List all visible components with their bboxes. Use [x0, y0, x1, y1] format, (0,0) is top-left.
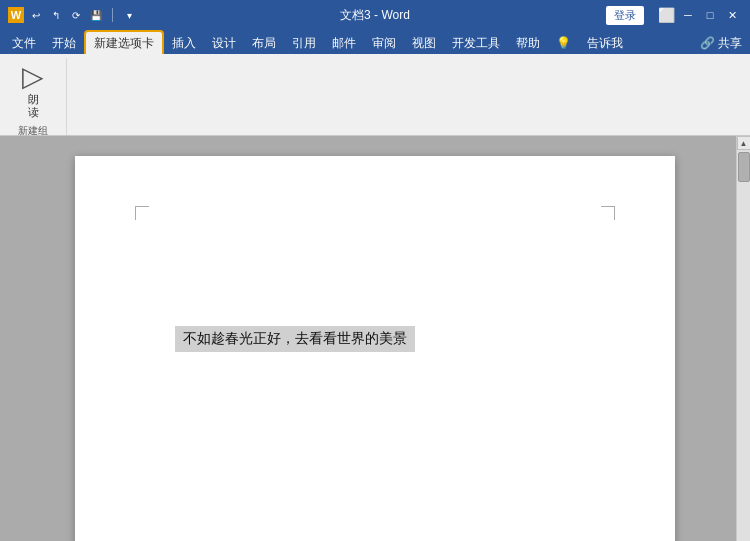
read-button[interactable]: ▷ 朗读 — [10, 62, 56, 120]
group-content: ▷ 朗读 — [8, 60, 58, 122]
read-icon: ▷ — [22, 63, 44, 91]
ribbon-tabs: 文件 开始 新建选项卡 插入 设计 布局 引用 邮件 审阅 视图 开发工具 帮助… — [0, 30, 750, 54]
tab-insert[interactable]: 插入 — [164, 32, 204, 54]
read-label: 朗读 — [28, 93, 39, 119]
window-title: 文档3 - Word — [340, 7, 410, 24]
page-corner-tl — [135, 206, 149, 220]
redo-button[interactable]: ↰ — [48, 7, 64, 23]
title-right: 登录 ⬜ ─ □ ✕ — [606, 6, 742, 25]
tab-share[interactable]: 🔗 共享 — [692, 32, 750, 54]
save-button[interactable]: 💾 — [88, 7, 104, 23]
title-bar-left: W ↩ ↰ ⟳ 💾 ▾ — [8, 7, 137, 23]
tab-review[interactable]: 审阅 — [364, 32, 404, 54]
tab-lightbulb[interactable]: 💡 — [548, 32, 579, 54]
tab-tellme[interactable]: 告诉我 — [579, 32, 631, 54]
title-bar: W ↩ ↰ ⟳ 💾 ▾ 文档3 - Word 登录 ⬜ ─ □ ✕ — [0, 0, 750, 30]
scroll-thumb[interactable] — [738, 152, 750, 182]
tab-layout[interactable]: 布局 — [244, 32, 284, 54]
minimize-button[interactable]: ─ — [678, 6, 698, 24]
ribbon-display-button[interactable]: ⬜ — [656, 6, 676, 24]
close-button[interactable]: ✕ — [722, 6, 742, 24]
login-button[interactable]: 登录 — [606, 6, 644, 25]
document-page[interactable]: 不如趁春光正好，去看看世界的美景 — [75, 156, 675, 541]
document-inner: 不如趁春光正好，去看看世界的美景 — [0, 136, 750, 541]
customize-qat[interactable]: ▾ — [121, 7, 137, 23]
undo-button[interactable]: ↩ — [28, 7, 44, 23]
vertical-scrollbar[interactable]: ▲ ▼ — [736, 136, 750, 541]
tab-view[interactable]: 视图 — [404, 32, 444, 54]
tab-help[interactable]: 帮助 — [508, 32, 548, 54]
tab-design[interactable]: 设计 — [204, 32, 244, 54]
document-text: 不如趁春光正好，去看看世界的美景 — [175, 326, 415, 352]
word-icon: W — [8, 7, 24, 23]
tab-references[interactable]: 引用 — [284, 32, 324, 54]
scroll-up-button[interactable]: ▲ — [737, 136, 751, 150]
autosave-button[interactable]: ⟳ — [68, 7, 84, 23]
tab-file[interactable]: 文件 — [4, 32, 44, 54]
tab-mail[interactable]: 邮件 — [324, 32, 364, 54]
tab-new[interactable]: 新建选项卡 — [84, 30, 164, 54]
tab-home[interactable]: 开始 — [44, 32, 84, 54]
document-area: 不如趁春光正好，去看看世界的美景 ▲ ▼ — [0, 136, 750, 541]
divider — [112, 8, 113, 22]
ribbon-content: ▷ 朗读 新建组 — [0, 54, 750, 136]
maximize-button[interactable]: □ — [700, 6, 720, 24]
new-group: ▷ 朗读 新建组 — [0, 58, 67, 135]
page-corner-tr — [601, 206, 615, 220]
scroll-track[interactable] — [737, 150, 751, 541]
tab-dev[interactable]: 开发工具 — [444, 32, 508, 54]
